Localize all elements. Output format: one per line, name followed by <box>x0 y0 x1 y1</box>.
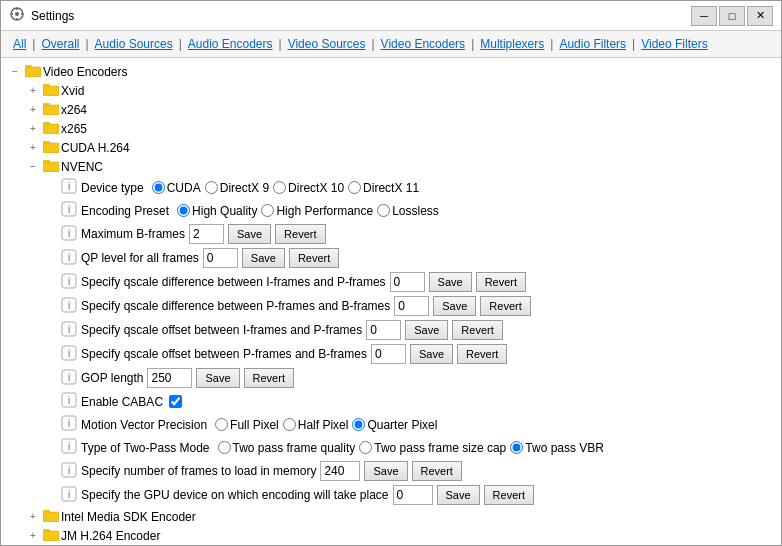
cuda-h264-label: CUDA H.264 <box>61 141 130 155</box>
toggle-video-encoders[interactable]: − <box>7 64 23 80</box>
info-icon-frames-memory: i <box>61 462 77 481</box>
maximize-button[interactable]: □ <box>719 6 745 26</box>
qscale-offset-ip-revert-button[interactable]: Revert <box>452 320 502 340</box>
mv-halfpixel-radio[interactable] <box>283 418 296 431</box>
toggle-nvenc[interactable]: − <box>25 159 41 175</box>
gpu-device-save-button[interactable]: Save <box>437 485 480 505</box>
qscale-pb-save-button[interactable]: Save <box>433 296 476 316</box>
qscale-offset-ip-input[interactable] <box>366 320 401 340</box>
setting-qscale-offset-pb: i Specify qscale offset between P-frames… <box>5 342 777 366</box>
tree-item-intel-media-sdk[interactable]: + Intel Media SDK Encoder <box>5 507 777 526</box>
two-pass-vbr-radio[interactable] <box>510 441 523 454</box>
toggle-x265[interactable]: + <box>25 121 41 137</box>
nvenc-label: NVENC <box>61 160 103 174</box>
svg-rect-13 <box>43 103 50 106</box>
device-type-label: Device type <box>81 181 144 195</box>
qscale-offset-pb-revert-button[interactable]: Revert <box>457 344 507 364</box>
toggle-cuda-h264[interactable]: + <box>25 140 41 156</box>
main-content: − Video Encoders + Xvid <box>1 58 781 545</box>
tree-item-xvid[interactable]: + Xvid <box>5 81 777 100</box>
tree-item-nvenc[interactable]: − NVENC <box>5 157 777 176</box>
qscale-ip-save-button[interactable]: Save <box>429 272 472 292</box>
gop-length-revert-button[interactable]: Revert <box>244 368 294 388</box>
folder-icon-x265 <box>43 120 59 137</box>
frames-memory-label: Specify number of frames to load in memo… <box>81 464 316 478</box>
toggle-intel-media-sdk[interactable]: + <box>25 509 41 525</box>
qp-level-revert-button[interactable]: Revert <box>289 248 339 268</box>
info-icon-gop-length: i <box>61 369 77 388</box>
info-icon-max-bframes: i <box>61 225 77 244</box>
nav-link-multiplexers[interactable]: Multiplexers <box>478 37 546 51</box>
gop-length-save-button[interactable]: Save <box>196 368 239 388</box>
gpu-device-input[interactable] <box>393 485 433 505</box>
cabac-checkbox[interactable] <box>169 395 182 408</box>
max-bframes-label: Maximum B-frames <box>81 227 185 241</box>
info-icon-qscale-offset-pb: i <box>61 345 77 364</box>
gpu-device-revert-button[interactable]: Revert <box>484 485 534 505</box>
nav-link-all[interactable]: All <box>11 37 28 51</box>
minimize-button[interactable]: ─ <box>691 6 717 26</box>
mv-fullpixel-radio[interactable] <box>215 418 228 431</box>
preset-lossless-radio[interactable] <box>377 204 390 217</box>
device-type-options: CUDA DirectX 9 DirectX 10 DirectX 11 <box>148 181 419 195</box>
toggle-x264[interactable]: + <box>25 102 41 118</box>
two-pass-quality-radio[interactable] <box>218 441 231 454</box>
svg-point-1 <box>15 12 19 16</box>
tree-root-video-encoders[interactable]: − Video Encoders <box>5 62 777 81</box>
tree-item-jm-h264[interactable]: + JM H.264 Encoder <box>5 526 777 545</box>
window-title: Settings <box>31 9 74 23</box>
nav-link-overall[interactable]: Overall <box>39 37 81 51</box>
title-bar-buttons: ─ □ ✕ <box>691 6 773 26</box>
qscale-offset-pb-label: Specify qscale offset between P-frames a… <box>81 347 367 361</box>
device-type-dx11-radio[interactable] <box>348 181 361 194</box>
setting-qscale-p-b: i Specify qscale difference between P-fr… <box>5 294 777 318</box>
svg-rect-7 <box>25 65 32 68</box>
nav-link-audio-filters[interactable]: Audio Filters <box>557 37 628 51</box>
max-bframes-input[interactable] <box>189 224 224 244</box>
mv-quarterpixel-radio[interactable] <box>352 418 365 431</box>
nav-link-audio-encoders[interactable]: Audio Encoders <box>186 37 275 51</box>
qscale-offset-pb-save-button[interactable]: Save <box>410 344 453 364</box>
svg-rect-15 <box>43 124 59 134</box>
svg-rect-55 <box>43 531 59 541</box>
close-button[interactable]: ✕ <box>747 6 773 26</box>
gpu-device-label: Specify the GPU device on which encoding… <box>81 488 389 502</box>
frames-memory-revert-button[interactable]: Revert <box>412 461 462 481</box>
qp-level-save-button[interactable]: Save <box>242 248 285 268</box>
qscale-ip-revert-button[interactable]: Revert <box>476 272 526 292</box>
max-bframes-save-button[interactable]: Save <box>228 224 271 244</box>
preset-highperf-radio[interactable] <box>261 204 274 217</box>
x265-label: x265 <box>61 122 87 136</box>
tree-item-cuda-h264[interactable]: + CUDA H.264 <box>5 138 777 157</box>
nav-link-video-filters[interactable]: Video Filters <box>639 37 709 51</box>
nav-link-video-encoders[interactable]: Video Encoders <box>379 37 468 51</box>
setting-max-bframes: i Maximum B-frames Save Revert <box>5 222 777 246</box>
svg-text:i: i <box>68 204 70 215</box>
device-type-dx9-radio[interactable] <box>205 181 218 194</box>
setting-qp-level: i QP level for all frames Save Revert <box>5 246 777 270</box>
qscale-pb-revert-button[interactable]: Revert <box>480 296 530 316</box>
tree-item-x265[interactable]: + x265 <box>5 119 777 138</box>
max-bframes-revert-button[interactable]: Revert <box>275 224 325 244</box>
title-bar-left: Settings <box>9 6 74 25</box>
frames-memory-save-button[interactable]: Save <box>364 461 407 481</box>
preset-highq-radio[interactable] <box>177 204 190 217</box>
frames-memory-input[interactable] <box>320 461 360 481</box>
toggle-xvid[interactable]: + <box>25 83 41 99</box>
device-type-dx10-radio[interactable] <box>273 181 286 194</box>
nav-link-audio-sources[interactable]: Audio Sources <box>93 37 175 51</box>
svg-text:i: i <box>68 324 70 335</box>
tree-item-x264[interactable]: + x264 <box>5 100 777 119</box>
jm-h264-label: JM H.264 Encoder <box>61 529 160 543</box>
qscale-ip-input[interactable] <box>390 272 425 292</box>
qscale-offset-ip-save-button[interactable]: Save <box>405 320 448 340</box>
toggle-jm-h264[interactable]: + <box>25 528 41 544</box>
nav-link-video-sources[interactable]: Video Sources <box>286 37 368 51</box>
qp-level-input[interactable] <box>203 248 238 268</box>
svg-rect-6 <box>25 67 41 77</box>
two-pass-size-cap-radio[interactable] <box>359 441 372 454</box>
qscale-pb-input[interactable] <box>394 296 429 316</box>
gop-length-input[interactable] <box>147 368 192 388</box>
device-type-cuda-radio[interactable] <box>152 181 165 194</box>
qscale-offset-pb-input[interactable] <box>371 344 406 364</box>
